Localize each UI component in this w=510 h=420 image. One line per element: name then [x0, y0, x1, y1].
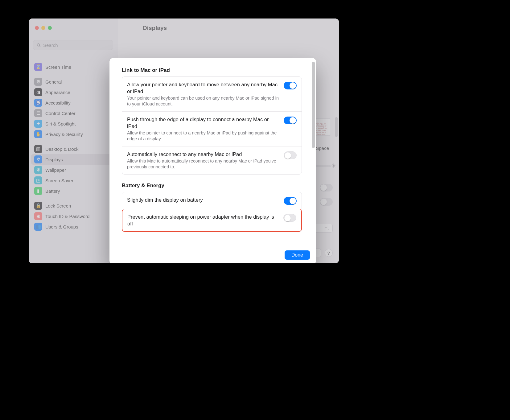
battery-toggle-0[interactable] [284, 197, 297, 205]
sidebar-item-label: Control Center [45, 111, 76, 116]
sidebar-item-label: Privacy & Security [45, 132, 83, 137]
sidebar-icon: 👥 [34, 223, 42, 231]
maximize-window-button[interactable] [48, 26, 52, 30]
sidebar-item-label: Siri & Spotlight [45, 121, 76, 126]
sidebar-item-accessibility[interactable]: ♿Accessibility [31, 97, 116, 108]
sidebar-item-label: Desktop & Dock [45, 146, 79, 152]
bg-toggle-1[interactable] [320, 184, 333, 191]
sidebar-item-label: Accessibility [45, 100, 71, 105]
sidebar-icon: ▥ [34, 145, 42, 153]
window-traffic-lights [35, 26, 52, 30]
sidebar-item-label: Wallpaper [45, 167, 66, 173]
row-title: Slightly dim the display on battery [127, 196, 279, 203]
search-input[interactable]: Search [33, 40, 113, 50]
link-to-mac-card: Allow your pointer and keyboard to move … [122, 76, 302, 175]
row-subtitle: Allow this Mac to automatically reconnec… [127, 158, 279, 170]
link-toggle-0[interactable] [284, 82, 297, 89]
modal-scrollbar[interactable] [312, 62, 315, 148]
sidebar-icon: ▮ [34, 187, 42, 195]
sidebar-item-label: Battery [45, 188, 60, 194]
sidebar-item-displays[interactable]: ✲Displays [31, 154, 116, 165]
row-title: Automatically reconnect to any nearby Ma… [127, 151, 279, 158]
sidebar-item-lock-screen[interactable]: 🔒Lock Screen [31, 200, 116, 211]
help-button[interactable]: ? [325, 249, 333, 257]
sidebar-icon: ☰ [34, 109, 42, 117]
sidebar-item-battery[interactable]: ▮Battery [31, 186, 116, 196]
modal-body: Link to Mac or iPad Allow your pointer a… [109, 58, 311, 245]
sidebar-item-label: Displays [45, 157, 63, 162]
battery-row-1: Prevent automatic sleeping on power adap… [122, 209, 302, 232]
sidebar-item-general[interactable]: ⚙General [31, 76, 116, 87]
bg-toggle-2[interactable] [320, 198, 333, 206]
svg-line-1 [39, 46, 40, 47]
sidebar-item-label: Touch ID & Password [45, 214, 89, 219]
link-row-0: Allow your pointer and keyboard to move … [122, 77, 302, 111]
sidebar-item-users-groups[interactable]: 👥Users & Groups [31, 221, 116, 232]
sidebar-icon: ✦ [34, 120, 42, 128]
sidebar-icon: ⌛ [34, 63, 42, 71]
row-title: Allow your pointer and keyboard to move … [127, 81, 279, 95]
sidebar-item-label: Appearance [45, 90, 70, 95]
link-toggle-2[interactable] [284, 151, 297, 159]
link-row-1: Push through the edge of a display to co… [122, 111, 302, 146]
sidebar-icon: ◑ [34, 88, 42, 96]
row-title: Prevent automatic sleeping on power adap… [127, 213, 279, 227]
row-text: Push through the edge of a display to co… [127, 116, 279, 142]
row-text: Allow your pointer and keyboard to move … [127, 81, 279, 107]
select-chevron-icon: ⌃⌄ [325, 227, 330, 230]
help-label: ? [327, 250, 330, 256]
link-toggle-1[interactable] [284, 117, 297, 124]
section-link-title: Link to Mac or iPad [122, 67, 302, 73]
sidebar-item-privacy-security[interactable]: ✋Privacy & Security [31, 129, 116, 139]
search-icon [36, 43, 41, 47]
sidebar-item-label: Screen Saver [45, 178, 73, 183]
battery-energy-card: Slightly dim the display on batteryPreve… [122, 192, 302, 232]
sidebar-icon: ✋ [34, 130, 42, 138]
brightness-max-icon: ☀ [331, 162, 336, 170]
done-label: Done [291, 252, 303, 257]
sidebar-item-wallpaper[interactable]: ❋Wallpaper [31, 165, 116, 175]
sidebar-item-label: General [45, 79, 62, 84]
sidebar-icon: 🔒 [34, 202, 42, 210]
sidebar-item-appearance[interactable]: ◑Appearance [31, 87, 116, 97]
row-subtitle: Your pointer and keyboard can be used on… [127, 95, 279, 107]
sidebar-icon: ✲ [34, 155, 42, 163]
sidebar-item-siri-spotlight[interactable]: ✦Siri & Spotlight [31, 118, 116, 129]
sidebar-item-screen-saver[interactable]: ◳Screen Saver [31, 175, 116, 186]
sidebar-icon: ♿ [34, 99, 42, 107]
sidebar-item-screen-time[interactable]: ⌛Screen Time [31, 62, 116, 72]
row-text: Automatically reconnect to any nearby Ma… [127, 151, 279, 170]
sidebar-icon: ◉ [34, 212, 42, 220]
sidebar-icon: ◳ [34, 176, 42, 184]
sidebar-item-control-center[interactable]: ☰Control Center [31, 108, 116, 118]
row-text: Slightly dim the display on battery [127, 196, 279, 203]
search-placeholder: Search [43, 43, 58, 48]
sidebar-icon: ❋ [34, 166, 42, 174]
row-subtitle: Allow the pointer to connect to a nearby… [127, 130, 279, 142]
row-title: Push through the edge of a display to co… [127, 116, 279, 130]
page-title: Displays [143, 25, 167, 31]
modal-footer: Done [109, 245, 316, 263]
done-button[interactable]: Done [285, 250, 310, 260]
sidebar-item-desktop-dock[interactable]: ▥Desktop & Dock [31, 144, 116, 154]
sidebar-item-label: Screen Time [45, 64, 71, 70]
advanced-modal: Link to Mac or iPad Allow your pointer a… [109, 58, 316, 263]
main-scrollbar[interactable] [335, 117, 338, 137]
sidebar-list: ⌛Screen Time⚙General◑Appearance♿Accessib… [31, 62, 116, 232]
section-battery-title: Battery & Energy [122, 183, 302, 189]
link-row-2: Automatically reconnect to any nearby Ma… [122, 146, 302, 174]
sidebar-icon: ⚙ [34, 78, 42, 86]
battery-toggle-1[interactable] [283, 214, 296, 222]
battery-row-0: Slightly dim the display on battery [122, 192, 302, 209]
sidebar-item-label: Lock Screen [45, 203, 71, 208]
sidebar-item-touch-id-password[interactable]: ◉Touch ID & Password [31, 211, 116, 221]
minimize-window-button[interactable] [41, 26, 45, 30]
row-text: Prevent automatic sleeping on power adap… [127, 213, 279, 227]
sidebar: Search ⌛Screen Time⚙General◑Appearance♿A… [29, 19, 118, 263]
close-window-button[interactable] [35, 26, 39, 30]
sidebar-item-label: Users & Groups [45, 224, 78, 229]
